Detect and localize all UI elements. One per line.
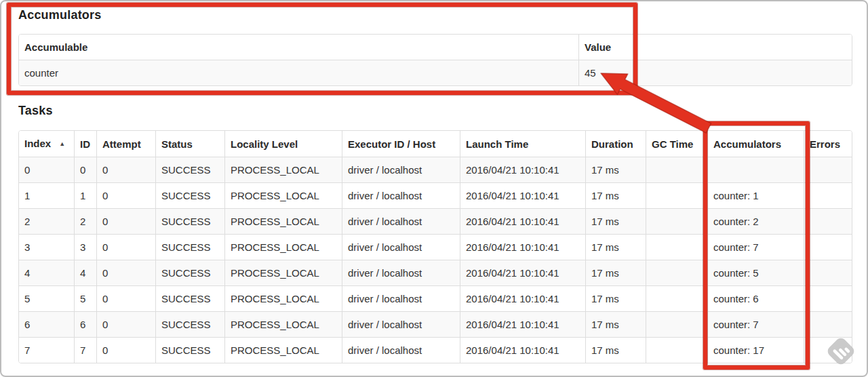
cell-duration: 17 ms [586,183,646,209]
sort-ascending-icon: ▲ [59,140,65,147]
cell-accumulators: counter: 7 [708,235,804,260]
cell-status: SUCCESS [156,183,225,209]
cell-launch-time: 2016/04/21 10:10:41 [460,312,586,338]
cell-executor-id-host: driver / localhost [342,235,460,260]
accumulators-section-title: Accumulators [18,8,101,22]
accumulators-tbody: counter45 [19,60,852,85]
cell-index: 2 [19,209,75,235]
column-header-launch-time[interactable]: Launch Time [460,131,586,157]
column-header-gc-time[interactable]: GC Time [646,131,708,157]
column-header-index[interactable]: Index▲ [19,131,75,157]
cell-locality-level: PROCESS_LOCAL [225,312,342,338]
column-header-accumulable[interactable]: Accumulable [19,35,579,60]
cell-id: 2 [75,209,97,235]
cell-gc-time [646,209,708,235]
cell-gc-time [646,235,708,260]
cell-errors [804,235,852,260]
cell-attempt: 0 [97,312,156,338]
cell-attempt: 0 [97,209,156,235]
cell-errors [804,209,852,235]
cell-executor-id-host: driver / localhost [342,183,460,209]
table-header-row: Accumulable Value [19,35,852,60]
cell-index: 5 [19,286,75,312]
cell-locality-level: PROCESS_LOCAL [225,260,342,286]
cell-launch-time: 2016/04/21 10:10:41 [460,260,586,286]
cell-gc-time [646,338,708,363]
table-row: 550SUCCESSPROCESS_LOCALdriver / localhos… [19,286,852,312]
column-header-executor-id-host[interactable]: Executor ID / Host [342,131,460,157]
cell-status: SUCCESS [156,209,225,235]
cell-gc-time [646,157,708,183]
cell-locality-level: PROCESS_LOCAL [225,286,342,312]
column-header-id[interactable]: ID [75,131,97,157]
cell-id: 5 [75,286,97,312]
cell-errors [804,157,852,183]
table-row: 330SUCCESSPROCESS_LOCALdriver / localhos… [19,235,852,260]
cell-locality-level: PROCESS_LOCAL [225,209,342,235]
cell-status: SUCCESS [156,286,225,312]
cell-index: 6 [19,312,75,338]
cell-executor-id-host: driver / localhost [342,209,460,235]
cell-status: SUCCESS [156,312,225,338]
cell-launch-time: 2016/04/21 10:10:41 [460,338,586,363]
cell-errors [804,260,852,286]
cell-status: SUCCESS [156,260,225,286]
cell-locality-level: PROCESS_LOCAL [225,157,342,183]
cell-duration: 17 ms [586,209,646,235]
cell-executor-id-host: driver / localhost [342,312,460,338]
table-row: counter45 [19,60,852,85]
cell-duration: 17 ms [586,235,646,260]
column-header-value[interactable]: Value [579,35,852,60]
cell-locality-level: PROCESS_LOCAL [225,235,342,260]
cell-accumulable: counter [19,60,579,85]
tasks-tbody: 000SUCCESSPROCESS_LOCALdriver / localhos… [19,157,852,363]
cell-duration: 17 ms [586,312,646,338]
table-row: 220SUCCESSPROCESS_LOCALdriver / localhos… [19,209,852,235]
cell-gc-time [646,286,708,312]
table-row: 440SUCCESSPROCESS_LOCALdriver / localhos… [19,260,852,286]
cell-value: 45 [579,60,852,85]
cell-status: SUCCESS [156,157,225,183]
cell-attempt: 0 [97,260,156,286]
cell-launch-time: 2016/04/21 10:10:41 [460,235,586,260]
tasks-section-title: Tasks [18,104,53,118]
cell-launch-time: 2016/04/21 10:10:41 [460,183,586,209]
cell-duration: 17 ms [586,157,646,183]
cell-duration: 17 ms [586,260,646,286]
spark-ui-stage-page: Accumulators Accumulable Value counter45… [0,0,868,377]
accumulators-table: Accumulable Value counter45 [18,34,852,86]
cell-accumulators: counter: 5 [708,260,804,286]
cell-index: 4 [19,260,75,286]
column-header-attempt[interactable]: Attempt [97,131,156,157]
table-row: 110SUCCESSPROCESS_LOCALdriver / localhos… [19,183,852,209]
column-header-errors[interactable]: Errors [804,131,852,157]
table-header-row: Index▲ ID Attempt Status Locality Level … [19,131,852,157]
cell-accumulators: counter: 17 [708,338,804,363]
cell-executor-id-host: driver / localhost [342,157,460,183]
cell-launch-time: 2016/04/21 10:10:41 [460,209,586,235]
table-row: 660SUCCESSPROCESS_LOCALdriver / localhos… [19,312,852,338]
cell-index: 1 [19,183,75,209]
column-header-accumulators[interactable]: Accumulators [708,131,804,157]
cell-id: 0 [75,157,97,183]
cell-index: 3 [19,235,75,260]
cell-gc-time [646,260,708,286]
cell-index: 7 [19,338,75,363]
cell-gc-time [646,183,708,209]
table-row: 000SUCCESSPROCESS_LOCALdriver / localhos… [19,157,852,183]
column-header-index-label: Index [24,138,51,149]
cell-accumulators: counter: 7 [708,312,804,338]
cell-id: 1 [75,183,97,209]
cell-attempt: 0 [97,338,156,363]
cell-executor-id-host: driver / localhost [342,260,460,286]
cell-accumulators: counter: 6 [708,286,804,312]
table-row: 770SUCCESSPROCESS_LOCALdriver / localhos… [19,338,852,363]
cell-attempt: 0 [97,183,156,209]
column-header-locality-level[interactable]: Locality Level [225,131,342,157]
cell-accumulators [708,157,804,183]
cell-duration: 17 ms [586,338,646,363]
cell-locality-level: PROCESS_LOCAL [225,183,342,209]
cell-attempt: 0 [97,157,156,183]
column-header-duration[interactable]: Duration [586,131,646,157]
column-header-status[interactable]: Status [156,131,225,157]
